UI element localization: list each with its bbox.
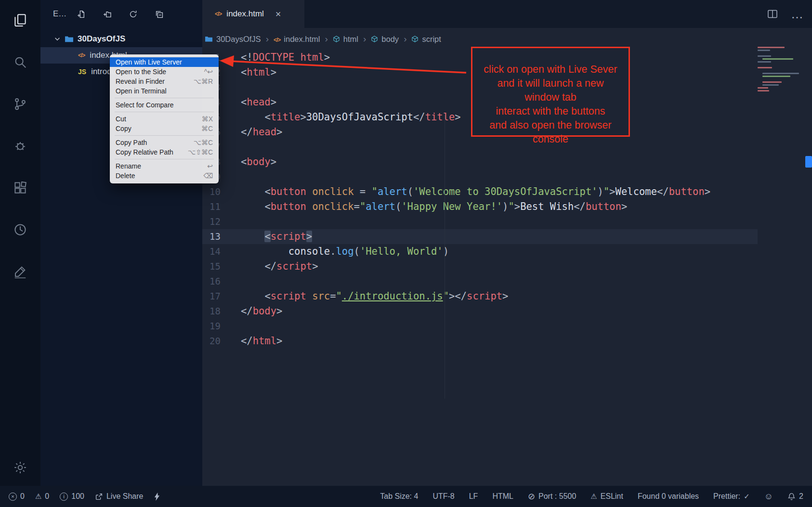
menu-item-copy[interactable]: Copy⌘C xyxy=(110,124,219,133)
status-eslint[interactable]: ⚠ESLint xyxy=(590,492,623,501)
pen-icon[interactable] xyxy=(13,264,28,279)
code-text: </script> xyxy=(241,259,318,274)
menu-item-shortcut: ↩ xyxy=(207,162,213,170)
status-lf[interactable]: LF xyxy=(469,492,478,501)
menu-item-label: Select for Compare xyxy=(116,101,174,109)
status-tab-size-4[interactable]: Tab Size: 4 xyxy=(380,492,418,501)
search-icon[interactable] xyxy=(13,54,28,70)
code-line-9[interactable]: 9 xyxy=(202,169,758,184)
line-number: 18 xyxy=(202,304,221,319)
status-100[interactable]: i100 xyxy=(60,492,84,501)
code-line-10[interactable]: 10 <button onclick = "alert('Welcome to … xyxy=(202,184,758,199)
breadcrumb-label: script xyxy=(422,35,441,44)
menu-item-label: Cut xyxy=(116,115,126,123)
code-line-17[interactable]: 17 <script src="./introduction.js"></scr… xyxy=(202,289,758,304)
code-line-18[interactable]: 18</body> xyxy=(202,304,758,319)
code-line-8[interactable]: 8<body> xyxy=(202,155,758,169)
new-folder-icon[interactable] xyxy=(103,10,111,18)
menu-item-open-to-the-side[interactable]: Open to the Side^↩ xyxy=(110,67,219,77)
breadcrumb-index-html[interactable]: </>index.html xyxy=(274,35,320,44)
menu-item-copy-path[interactable]: Copy Path⌥⌘C xyxy=(110,138,219,147)
tree-root-folder[interactable]: 30DaysOfJS xyxy=(40,31,202,47)
menu-item-rename[interactable]: Rename↩ xyxy=(110,161,219,171)
menu-item-label: Copy Relative Path xyxy=(116,148,173,156)
status-found-0-variables[interactable]: Found 0 variables xyxy=(638,492,699,501)
status-label: LF xyxy=(469,492,478,501)
annotation-box: click on open with Live Sever and it wil… xyxy=(471,47,630,137)
code-line-7[interactable]: 7 xyxy=(202,140,758,155)
menu-item-label: Copy Path xyxy=(116,139,147,146)
code-line-12[interactable]: 12 xyxy=(202,214,758,229)
status-smiley-icon[interactable]: ☺ xyxy=(764,492,773,502)
settings-gear-icon[interactable] xyxy=(13,460,28,475)
status-2[interactable]: 2 xyxy=(787,492,803,501)
menu-item-reveal-in-finder[interactable]: Reveal in Finder⌥⌘R xyxy=(110,77,219,86)
status-html[interactable]: HTML xyxy=(492,492,513,501)
status-0[interactable]: ×0 xyxy=(9,492,25,501)
status-bolt-icon[interactable] xyxy=(154,493,160,501)
status-label: ESLint xyxy=(601,492,623,501)
code-text: <html> xyxy=(241,65,276,80)
more-actions-icon[interactable]: … xyxy=(791,12,804,16)
chevron-right-icon: › xyxy=(325,34,328,44)
code-line-14[interactable]: 14 console.log('Hello, World') xyxy=(202,244,758,259)
code-line-20[interactable]: 20</html> xyxy=(202,334,758,349)
code-line-16[interactable]: 16 xyxy=(202,274,758,289)
code-line-19[interactable]: 19 xyxy=(202,319,758,334)
menu-item-delete[interactable]: Delete⌫ xyxy=(110,171,219,181)
clock-icon[interactable] xyxy=(13,222,28,237)
menu-item-select-for-compare[interactable]: Select for Compare xyxy=(110,100,219,110)
activity-bar xyxy=(0,0,40,486)
split-editor-icon[interactable] xyxy=(767,8,778,20)
code-line-15[interactable]: 15 </script> xyxy=(202,259,758,274)
source-control-icon[interactable] xyxy=(13,96,28,112)
breadcrumb-label: index.html xyxy=(284,35,320,44)
menu-item-open-with-live-server[interactable]: Open with Live Server xyxy=(110,57,219,67)
folder-icon xyxy=(205,36,213,42)
status-label: 0 xyxy=(20,492,25,501)
status-port-5500[interactable]: ⊘Port : 5500 xyxy=(528,491,576,502)
bell-icon xyxy=(787,493,796,501)
tab-index-html[interactable]: </> index.html × xyxy=(202,0,304,28)
new-file-icon[interactable] xyxy=(77,10,85,18)
status-prettier[interactable]: Prettier:✓ xyxy=(713,492,750,501)
refresh-icon[interactable] xyxy=(129,10,137,18)
menu-separator xyxy=(115,98,214,98)
breadcrumb-script[interactable]: script xyxy=(411,35,441,44)
status-utf-8[interactable]: UTF-8 xyxy=(432,492,454,501)
breadcrumb-html[interactable]: html xyxy=(333,35,358,44)
menu-item-shortcut: ⌥⌘R xyxy=(194,78,213,85)
code-text: </html> xyxy=(241,334,282,349)
close-icon[interactable]: × xyxy=(275,9,281,19)
menu-item-cut[interactable]: Cut⌘X xyxy=(110,114,219,124)
line-number: 19 xyxy=(202,319,221,334)
breadcrumb-label: html xyxy=(343,35,358,44)
explorer-title: E… xyxy=(53,9,66,19)
extensions-icon[interactable] xyxy=(13,180,28,195)
menu-item-label: Reveal in Finder xyxy=(116,78,165,85)
code-line-13[interactable]: 13 <script> xyxy=(202,229,758,244)
breadcrumb-label: body xyxy=(381,35,399,44)
explorer-header: E… xyxy=(40,0,202,28)
code-text: <script src="./introduction.js"></script… xyxy=(241,289,508,304)
menu-item-copy-relative-path[interactable]: Copy Relative Path⌥⇧⌘C xyxy=(110,147,219,157)
status-label: Tab Size: 4 xyxy=(380,492,418,501)
collapse-all-icon[interactable] xyxy=(155,10,163,18)
error-icon: × xyxy=(9,493,17,501)
warning-icon: ⚠ xyxy=(590,492,597,501)
status-live-share[interactable]: Live Share xyxy=(95,492,144,501)
line-number: 20 xyxy=(202,334,221,349)
code-text: <button onclick="alert('Happy New Year!'… xyxy=(241,199,627,214)
breadcrumb-body[interactable]: body xyxy=(371,35,399,44)
symbol-icon xyxy=(371,35,378,43)
html-file-icon: </> xyxy=(215,11,222,17)
status-0[interactable]: ⚠0 xyxy=(35,492,49,501)
minimap[interactable] xyxy=(758,47,802,93)
explorer-icon[interactable] xyxy=(13,13,28,28)
run-debug-icon[interactable] xyxy=(13,138,28,154)
breadcrumb-30daysofjs[interactable]: 30DaysOfJS xyxy=(205,35,261,44)
bolt-icon xyxy=(154,493,160,501)
menu-item-open-in-terminal[interactable]: Open in Terminal xyxy=(110,86,219,96)
smiley-icon: ☺ xyxy=(764,492,773,502)
code-line-11[interactable]: 11 <button onclick="alert('Happy New Yea… xyxy=(202,199,758,214)
